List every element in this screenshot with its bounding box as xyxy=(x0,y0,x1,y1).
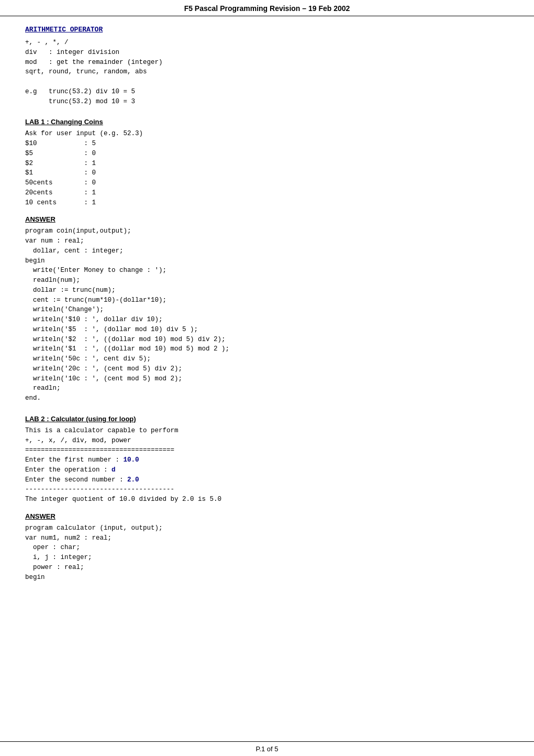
lab2-val3: 2.0 xyxy=(127,476,139,484)
section-lab2: LAB 2 : Calculator (using for loop) This… xyxy=(25,415,509,583)
lab1-title: LAB 1 : Changing Coins xyxy=(25,118,509,126)
lab2-description: This is a calculator capable to perform … xyxy=(25,426,509,505)
lab2-title: LAB 2 : Calculator (using for loop) xyxy=(25,415,509,423)
lab2-answer-title: ANSWER xyxy=(25,512,509,520)
header-title: F5 Pascal Programming Revision – 19 Feb … xyxy=(184,4,350,13)
section-lab1: LAB 1 : Changing Coins Ask for user inpu… xyxy=(25,118,509,403)
arithmetic-code: +, - , *, / div : integer division mod :… xyxy=(25,38,509,106)
lab2-answer-code: program calculator (input, output); var … xyxy=(25,523,509,583)
page-header: F5 Pascal Programming Revision – 19 Feb … xyxy=(0,0,534,16)
lab1-answer-code: program coin(input,output); var num : re… xyxy=(25,226,509,403)
lab1-answer-title: ANSWER xyxy=(25,215,509,223)
lab2-val1: 10.0 xyxy=(124,456,139,464)
page-content: ARITHMETIC OPERATOR +, - , *, / div : in… xyxy=(0,16,534,625)
arithmetic-title: ARITHMETIC OPERATOR xyxy=(25,26,509,34)
footer-page: P.1 of 5 xyxy=(255,745,278,753)
page-footer: P.1 of 5 xyxy=(0,741,534,756)
section-arithmetic: ARITHMETIC OPERATOR +, - , *, / div : in… xyxy=(25,26,509,106)
lab2-val2: d xyxy=(112,466,116,474)
lab1-description: Ask for user input (e.g. 52.3) $10 : 5 $… xyxy=(25,129,509,207)
